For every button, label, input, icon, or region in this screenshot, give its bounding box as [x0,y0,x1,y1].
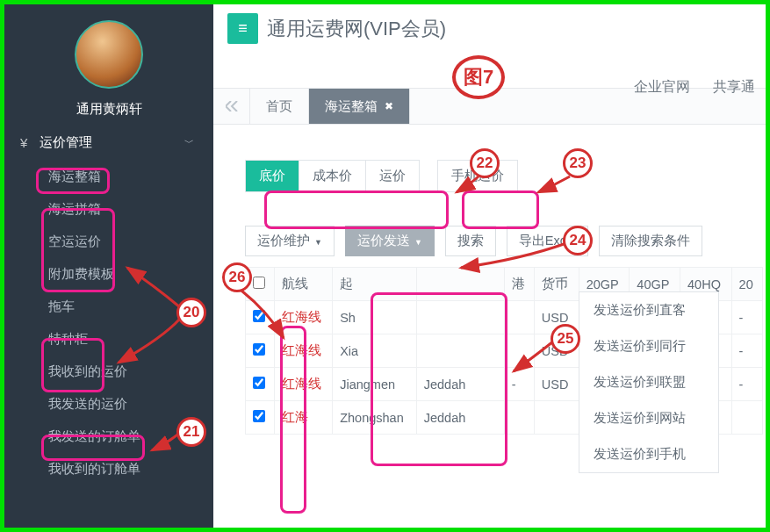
sidebar-item-surcharge[interactable]: 附加费模板 [4,258,213,291]
clear-button[interactable]: 清除搜索条件 [599,226,702,256]
cell-curr: USD [534,368,579,401]
send-dropdown: 发送运价到直客 发送运价到同行 发送运价到联盟 发送运价到网站 发送运价到手机 [579,291,719,473]
checkbox-all[interactable] [253,277,265,289]
dropdown-item-peer[interactable]: 发送运价到同行 [579,328,718,364]
app-title: 通用运费网(VIP会员) [267,16,446,42]
annotation-figure-label: 图7 [464,64,493,90]
cell-route: 红海线 [275,301,333,334]
cell-port2: Jeddah [416,368,504,401]
send-label: 运价发送 [357,234,410,248]
maintain-button[interactable]: 运价维护▼ [245,226,335,256]
tab-active-label: 海运整箱 [325,98,378,115]
annotation-callout-20: 20 [176,298,206,327]
cell-route: 红海 [275,401,333,435]
maintain-label: 运价维护 [257,234,310,248]
price-tabs-row: 底价 成本价 运价 手机运价 [245,160,766,192]
dropdown-item-website[interactable]: 发送运价到网站 [579,400,718,436]
col-curr: 货币 [534,268,579,301]
cell-port1: Xia [333,334,417,368]
dropdown-item-mobile[interactable]: 发送运价到手机 [579,436,718,472]
sidebar: 通用黄炳轩 ¥ 运价管理 ﹀ 海运整箱 海运拼箱 空运运价 附加费模板 拖车 特… [4,4,213,528]
username: 通用黄炳轩 [4,101,213,118]
row-checkbox[interactable] [253,410,265,422]
yen-icon: ¥ [20,135,27,150]
avatar-block: 通用黄炳轩 [4,4,213,125]
avatar[interactable] [75,20,143,89]
caret-down-icon: ▼ [314,238,322,247]
pricetab-rate[interactable]: 运价 [366,161,419,191]
sidebar-item-special[interactable]: 特种柜 [4,323,213,356]
close-icon[interactable]: ✖ [385,100,393,112]
cell-last: - [731,334,762,368]
link-share[interactable]: 共享通 [713,79,755,94]
cell-dash: - [504,368,534,401]
col-gap [416,268,504,301]
col-20x: 20 [731,268,762,301]
dropdown-item-alliance[interactable]: 发送运价到联盟 [579,364,718,400]
action-bar: 运价维护▼ 运价发送▼ 搜索 导出Excel 清除搜索条件 [245,226,766,256]
tab-ocean-fcl[interactable]: 海运整箱✖ [309,89,410,124]
sidebar-group-label: 运价管理 [40,134,92,151]
tab-rewind-button[interactable] [213,89,250,124]
cell-port1: Sh [333,301,417,334]
annotation-callout-25: 25 [551,324,580,354]
sidebar-item-ocean-fcl[interactable]: 海运整箱 [4,161,213,193]
dropdown-item-direct[interactable]: 发送运价到直客 [579,292,718,328]
pricetab-cost[interactable]: 成本价 [299,161,366,191]
cell-last: - [731,301,762,334]
annotation-callout-24: 24 [563,226,593,255]
sidebar-item-received[interactable]: 我收到的运价 [4,356,213,388]
annotation-callout-21: 21 [176,417,206,447]
col-route: 航线 [275,268,333,301]
col-port: 港 [504,268,534,301]
cell-port2: Jeddah [416,401,504,435]
row-checkbox[interactable] [253,343,265,356]
annotation-callout-26: 26 [222,262,252,292]
search-button[interactable]: 搜索 [445,226,496,256]
cell-port1: Zhongshan [333,401,417,435]
price-tabs-a: 底价 成本价 运价 [245,160,420,192]
pricetab-base[interactable]: 底价 [246,161,299,191]
tab-home[interactable]: 首页 [250,89,309,124]
cell-route: 红海线 [275,334,333,368]
hamburger-button[interactable]: ≡ [227,13,258,44]
annotation-figure-badge: 图7 [452,55,505,99]
row-checkbox[interactable] [253,310,265,322]
sidebar-item-air[interactable]: 空运运价 [4,226,213,258]
topbar: ≡ 通用运费网(VIP会员) [213,4,766,44]
sidebar-group-freight[interactable]: ¥ 运价管理 ﹀ [4,125,213,161]
annotation-callout-23: 23 [563,148,593,178]
row-checkbox[interactable] [253,377,265,389]
sidebar-item-ocean-lcl[interactable]: 海运拼箱 [4,193,213,226]
link-website[interactable]: 企业官网 [634,79,690,94]
annotation-callout-22: 22 [470,148,500,178]
cell-port1: Jiangmen [333,368,417,401]
caret-down-icon: ▼ [414,238,422,247]
sidebar-item-sent[interactable]: 我发送的运价 [4,388,213,421]
send-button[interactable]: 运价发送▼ [345,226,435,256]
chevron-down-icon: ﹀ [184,136,194,149]
rewind-icon [226,101,238,111]
top-links: 企业官网 共享通 [615,78,755,97]
col-origin: 起 [333,268,417,301]
cell-route: 红海线 [275,368,333,401]
cell-last: - [731,368,762,401]
sidebar-item-recv-booking[interactable]: 我收到的订舱单 [4,453,213,485]
tab-home-label: 首页 [266,98,292,115]
